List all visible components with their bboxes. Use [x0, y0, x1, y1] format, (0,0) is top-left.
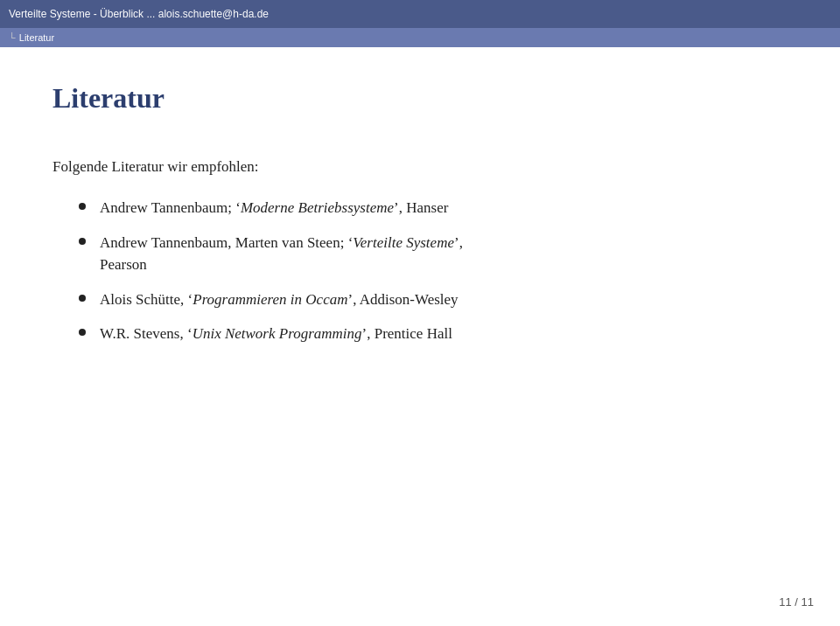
list-item: Andrew Tannenbaum, Marten van Steen; ‘Ve…: [79, 232, 788, 276]
breadcrumb-label: Literatur: [19, 32, 54, 43]
list-item: Alois Schütte, ‘Programmieren in Occam’,…: [79, 289, 788, 311]
page-title: Literatur: [52, 82, 788, 115]
bullet-content: Andrew Tannenbaum, Marten van Steen; ‘Ve…: [100, 232, 788, 276]
bullet-dot: [79, 295, 86, 302]
top-bar: Verteilte Systeme - Überblick ... alois.…: [0, 0, 840, 28]
intro-text: Folgende Literatur wir empfohlen:: [52, 158, 788, 176]
bullet-dot: [79, 238, 86, 245]
bullet-content: Andrew Tannenbaum; ‘Moderne Betriebssyst…: [100, 197, 788, 219]
bullet-list: Andrew Tannenbaum; ‘Moderne Betriebssyst…: [52, 197, 788, 345]
main-content: Literatur Folgende Literatur wir empfohl…: [0, 47, 840, 393]
bullet-dot: [79, 329, 86, 336]
bullet-dot: [79, 203, 86, 210]
list-item: W.R. Stevens, ‘Unix Network Programming’…: [79, 323, 788, 345]
breadcrumb-arrow: └: [9, 32, 16, 43]
breadcrumb-bar: └ Literatur: [0, 28, 840, 47]
page-number: 11 / 11: [779, 595, 814, 609]
bullet-content: Alois Schütte, ‘Programmieren in Occam’,…: [100, 289, 788, 311]
list-item: Andrew Tannenbaum; ‘Moderne Betriebssyst…: [79, 197, 788, 219]
top-bar-title: Verteilte Systeme - Überblick ... alois.…: [9, 8, 269, 20]
bullet-content: W.R. Stevens, ‘Unix Network Programming’…: [100, 323, 788, 345]
